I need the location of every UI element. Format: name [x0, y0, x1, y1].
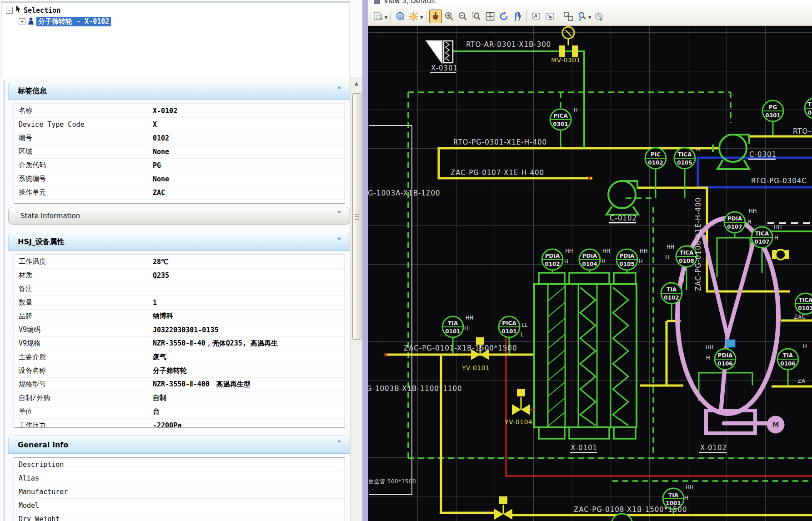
zoom-area-button[interactable]	[470, 10, 483, 23]
chevron-up-icon[interactable]: ˄	[337, 236, 342, 246]
chevron-up-icon[interactable]: ˄	[337, 439, 342, 449]
svg-text:0101: 0101	[445, 328, 460, 335]
svg-text:0105: 0105	[619, 261, 634, 267]
instrument-bubble-tia0102[interactable]: TIA0102	[661, 283, 682, 304]
section-header-hsj-props[interactable]: HSJ_设备属性 ˄	[8, 233, 350, 251]
instrument-bubble-pdia0105[interactable]: PDIA0105	[617, 249, 637, 270]
pid-drawing: M	[368, 26, 812, 521]
collapse-expander-icon[interactable]: -	[6, 7, 13, 14]
alarm-label: H	[803, 343, 807, 350]
section-header-general-info[interactable]: General Info ˄	[8, 436, 350, 454]
table-row: Manufacturer	[14, 485, 345, 499]
instrument-bubble-pdia0107[interactable]: PDIA0107	[724, 212, 745, 233]
svg-text:TIA: TIA	[667, 286, 677, 293]
fit-view-button[interactable]	[484, 10, 496, 23]
section-title: 标签信息	[18, 86, 47, 96]
viewer-title: View 5, Default	[384, 0, 436, 5]
section-header-state-info[interactable]: State Information ˅	[8, 207, 350, 225]
instrument-bubble-pg0301[interactable]: PG0301	[762, 100, 783, 121]
svg-text:PDIA: PDIA	[727, 215, 742, 222]
selection-highlight[interactable]	[726, 340, 735, 347]
instrument-bubble-pdia0102[interactable]: PDIA0102	[542, 249, 563, 270]
instrument-bubble-pic0102[interactable]: PIC0102	[645, 148, 666, 169]
valve-yv0104[interactable]	[512, 389, 535, 415]
tree-node-selection[interactable]: - Selection	[6, 5, 350, 15]
alarm-label: H	[601, 258, 606, 265]
tree-node-equipment[interactable]: + 分子筛转轮 - X-0102	[19, 17, 350, 26]
alarm-label: H	[696, 146, 700, 153]
svg-text:TIA: TIA	[783, 352, 793, 359]
dropdown-caret-icon[interactable]: ▼	[588, 15, 591, 20]
valve-label: YV-0104	[504, 418, 533, 426]
instrument-bubble-tica0103-cut[interactable]: TICA0103	[795, 293, 812, 314]
lighting-button[interactable]	[407, 10, 420, 23]
line-label: 放空管 500*1500	[368, 478, 416, 485]
svg-text:TIC: TIC	[807, 101, 812, 108]
motor-label: M	[772, 421, 779, 429]
pid-canvas[interactable]: M	[368, 26, 812, 521]
instrument-bubble-tia0101[interactable]: TIA0101	[442, 316, 463, 337]
equipment-icon	[28, 17, 34, 26]
table-row: Device Type CodeX	[14, 118, 345, 131]
window-icon	[374, 0, 380, 4]
zoom-out-button[interactable]	[456, 10, 469, 23]
orbit-button[interactable]	[497, 10, 510, 23]
valve-bottom-header[interactable]	[494, 496, 512, 520]
alarm-label: LL	[521, 322, 527, 328]
instrument-bubble-pdia0106[interactable]: PDIA0106	[715, 349, 736, 370]
table-row: 备注	[14, 282, 345, 296]
table-row: 品牌纳博科	[14, 310, 345, 323]
table-row: 主要介质废气	[14, 351, 345, 364]
chevron-down-icon[interactable]: ˅	[337, 210, 342, 220]
svg-text:TIA: TIA	[668, 492, 679, 498]
link-views-button[interactable]	[562, 10, 575, 23]
expand-expander-icon[interactable]: +	[19, 18, 25, 25]
equipment-x0101[interactable]	[534, 273, 637, 439]
svg-text:0106: 0106	[717, 361, 732, 367]
table-row: Alias	[14, 471, 345, 485]
alarm-label: H	[684, 495, 688, 501]
blower-c0102[interactable]	[606, 181, 638, 215]
zoom-in-button[interactable]	[443, 10, 456, 23]
instrument-bubble-pica0101[interactable]: PICA0101	[499, 316, 520, 337]
panel-accent-line	[4, 80, 5, 521]
svg-text:0102: 0102	[664, 295, 679, 301]
equipment-label: X-0101	[571, 444, 597, 452]
instrument-bubble-tica0107[interactable]: TICA0107	[752, 227, 772, 248]
dropdown-caret-icon[interactable]: ▼	[385, 15, 387, 20]
scroll-up-icon[interactable]: ▲	[352, 79, 361, 88]
section-header-tag-info[interactable]: 标签信息 ˄	[8, 82, 350, 100]
scrollbar-grip[interactable]	[355, 214, 359, 220]
instrument-bubble-pdia0104[interactable]: PDIA0104	[579, 249, 600, 270]
toolbar-separator	[559, 10, 559, 22]
property-panel: - Selection + 分子筛转轮 - X-0102 标签信息 ˄ 名称X-…	[0, 0, 368, 521]
selection-tree[interactable]: - Selection + 分子筛转轮 - X-0102	[1, 1, 350, 78]
instrument-bubble-pica0301[interactable]: PICA0301	[550, 109, 571, 130]
instrument-bubble-tic-cut[interactable]: TIC03	[805, 98, 812, 119]
alarm-label: HH	[466, 315, 473, 321]
add-view-button[interactable]: ±	[372, 10, 385, 23]
alarm-label: H	[747, 219, 752, 225]
equipment-x0301[interactable]	[426, 41, 453, 63]
snapshot-save-button[interactable]	[543, 10, 556, 23]
panel-scrollbar[interactable]: ▲	[350, 77, 363, 521]
valve-mv0301[interactable]	[559, 27, 578, 57]
blower-c0301[interactable]	[713, 135, 749, 169]
export-model-button[interactable]	[592, 10, 605, 23]
dropdown-caret-icon[interactable]: ▼	[420, 15, 423, 20]
alarm-label: H	[680, 277, 684, 283]
find-element-button[interactable]	[576, 10, 588, 23]
chevron-up-icon[interactable]: ˄	[337, 85, 342, 95]
snapshot-open-button[interactable]	[530, 10, 542, 23]
svg-text:0107: 0107	[727, 224, 742, 230]
valve-damper-right[interactable]	[772, 250, 789, 260]
scrollbar-thumb[interactable]	[352, 93, 361, 340]
instrument-bubble-tia0106[interactable]: TIA0106	[777, 349, 798, 370]
pan-button[interactable]	[511, 10, 524, 23]
svg-text:03: 03	[808, 110, 812, 116]
instrument-bubble-tica0105[interactable]: TICA0105	[674, 148, 695, 169]
highlight-brush-button[interactable]	[429, 10, 442, 23]
svg-text:0107: 0107	[754, 239, 769, 245]
render-mode-button[interactable]	[394, 10, 406, 23]
panel-splitter[interactable]	[362, 0, 368, 521]
